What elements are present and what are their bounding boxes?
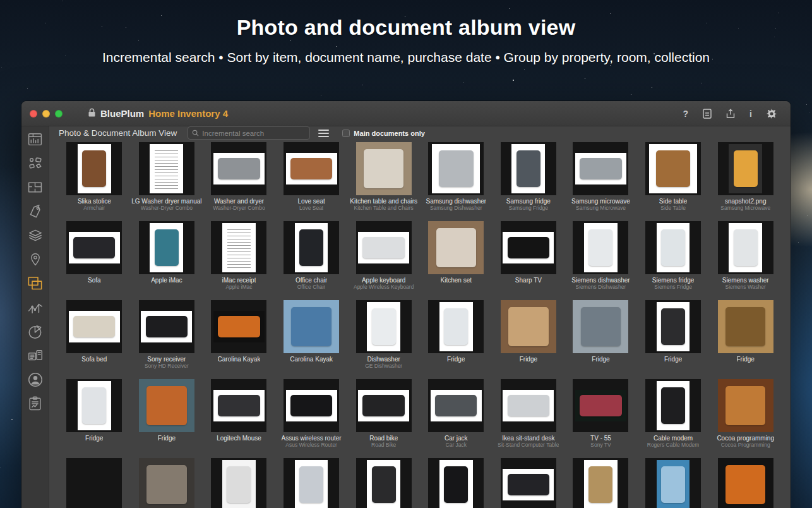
item-thumbnail[interactable] — [573, 300, 628, 353]
item-thumbnail[interactable] — [356, 458, 412, 508]
album-item[interactable]: Washer and dryer Washer-Dryer Combo — [203, 142, 275, 221]
item-thumbnail[interactable] — [718, 458, 773, 508]
item-thumbnail[interactable] — [501, 142, 556, 195]
item-thumbnail[interactable] — [139, 221, 194, 274]
album-item[interactable]: Dishwasher GE Dishwasher — [347, 300, 420, 379]
sidebar-item-collections-icon[interactable] — [27, 227, 44, 244]
sidebar-item-locations-icon[interactable] — [27, 251, 44, 268]
sidebar-item-devices-icon[interactable] — [27, 347, 44, 364]
sidebar-item-tags-icon[interactable] — [27, 203, 44, 220]
album-item[interactable]: Kitchen set — [420, 221, 493, 300]
sidebar-item-floorplan-icon[interactable] — [27, 179, 44, 196]
item-thumbnail[interactable] — [284, 379, 339, 432]
sidebar-item-items-icon[interactable] — [27, 155, 44, 172]
album-item[interactable]: Office chair Office Chair — [275, 221, 348, 300]
sidebar-item-pie-report-icon[interactable] — [27, 323, 44, 340]
album-item[interactable] — [564, 458, 637, 508]
item-thumbnail[interactable] — [211, 300, 266, 353]
item-thumbnail[interactable] — [718, 300, 773, 353]
item-thumbnail[interactable] — [645, 458, 701, 508]
album-item[interactable]: Fridge — [637, 300, 710, 379]
item-thumbnail[interactable] — [284, 221, 339, 274]
album-item[interactable]: Slika stolice Armchair — [58, 142, 131, 221]
settings-gear-icon[interactable] — [767, 109, 777, 119]
item-thumbnail[interactable] — [718, 142, 773, 195]
item-thumbnail[interactable] — [139, 142, 194, 195]
album-item[interactable]: Fridge — [420, 300, 493, 379]
info-icon[interactable]: i — [749, 109, 752, 119]
item-thumbnail[interactable] — [284, 458, 339, 508]
album-item[interactable]: Samsung microwave Samsung Microwave — [564, 142, 637, 221]
album-item[interactable] — [275, 458, 348, 508]
album-item[interactable]: Kitchen table and chairs Kitchen Table a… — [347, 142, 420, 221]
album-item[interactable]: Sofa bed — [58, 300, 131, 379]
item-thumbnail[interactable] — [428, 142, 484, 195]
album-item[interactable]: Siemens dishwasher Siemens Dishwasher — [564, 221, 637, 300]
album-item[interactable]: Road bike Road Bike — [347, 379, 420, 458]
search-input[interactable] — [202, 130, 306, 137]
item-thumbnail[interactable] — [501, 221, 556, 274]
item-thumbnail[interactable] — [428, 379, 484, 432]
help-icon[interactable]: ? — [683, 109, 689, 119]
item-thumbnail[interactable] — [718, 379, 773, 432]
album-item[interactable]: Apple iMac — [131, 221, 203, 300]
sidebar-item-photo-albums-icon[interactable] — [27, 275, 44, 292]
album-item[interactable]: Car jack Car Jack — [420, 379, 493, 458]
item-thumbnail[interactable] — [645, 379, 701, 432]
item-thumbnail[interactable] — [428, 458, 484, 508]
album-item[interactable] — [709, 458, 782, 508]
album-item[interactable]: Cocoa programming Cocoa Programming — [709, 379, 782, 458]
item-thumbnail[interactable] — [645, 221, 701, 274]
item-thumbnail[interactable] — [211, 458, 266, 508]
sidebar-item-contacts-icon[interactable] — [27, 371, 44, 388]
album-item[interactable]: Carolina Kayak — [275, 300, 348, 379]
album-item[interactable] — [493, 458, 565, 508]
album-item[interactable]: Fridge — [564, 300, 637, 379]
share-icon[interactable] — [726, 109, 735, 119]
item-thumbnail[interactable] — [573, 142, 628, 195]
item-thumbnail[interactable] — [211, 379, 266, 432]
album-item[interactable]: LG Washer dryer manual Washer-Dryer Comb… — [131, 142, 203, 221]
item-thumbnail[interactable] — [428, 221, 484, 274]
item-thumbnail[interactable] — [211, 142, 266, 195]
album-item[interactable]: Sony receiver Sony HD Receiver — [131, 300, 203, 379]
album-item[interactable]: Fridge — [58, 379, 131, 458]
album-item[interactable] — [637, 458, 710, 508]
album-item[interactable]: snapshot2.png Samsung Microwave — [709, 142, 782, 221]
album-item[interactable]: Sharp TV — [493, 221, 565, 300]
main-documents-checkbox[interactable] — [342, 130, 350, 137]
sidebar-item-dashboard-icon[interactable] — [27, 131, 44, 148]
album-item[interactable]: Siemens fridge Siemens Fridge — [637, 221, 710, 300]
item-thumbnail[interactable] — [573, 221, 628, 274]
item-thumbnail[interactable] — [66, 221, 122, 274]
album-item[interactable] — [131, 458, 203, 508]
item-thumbnail[interactable] — [66, 458, 122, 508]
item-thumbnail[interactable] — [139, 458, 194, 508]
item-thumbnail[interactable] — [356, 379, 412, 432]
album-item[interactable] — [347, 458, 420, 508]
close-button[interactable] — [30, 110, 37, 118]
item-thumbnail[interactable] — [66, 142, 122, 195]
album-item[interactable]: Assus wireless router Asus Wireless Rout… — [275, 379, 348, 458]
album-item[interactable]: Samsung fridge Samsung Fridge — [493, 142, 565, 221]
album-item[interactable]: Ikea sit-stand desk Sit-Stand Computer T… — [493, 379, 565, 458]
album-item[interactable]: Side table Side Table — [637, 142, 710, 221]
document-icon[interactable] — [703, 109, 712, 119]
item-thumbnail[interactable] — [211, 221, 266, 274]
item-thumbnail[interactable] — [645, 142, 701, 195]
item-thumbnail[interactable] — [356, 142, 412, 195]
item-thumbnail[interactable] — [573, 379, 628, 432]
album-item[interactable]: Cable modem Rogers Cable Modem — [637, 379, 710, 458]
minimize-button[interactable] — [42, 110, 50, 118]
album-item[interactable]: Love seat Love Seat — [275, 142, 348, 221]
item-thumbnail[interactable] — [718, 221, 773, 274]
album-item[interactable]: Sofa — [58, 221, 131, 300]
item-thumbnail[interactable] — [428, 300, 484, 353]
item-thumbnail[interactable] — [66, 379, 122, 432]
album-item[interactable]: iMac receipt Apple iMac — [203, 221, 275, 300]
album-item[interactable] — [420, 458, 493, 508]
album-item[interactable]: Carolina Kayak — [203, 300, 275, 379]
album-item[interactable]: Siemens washer Siemens Washer — [709, 221, 782, 300]
sidebar-item-value-chart-icon[interactable] — [27, 299, 44, 316]
item-thumbnail[interactable] — [356, 300, 412, 353]
